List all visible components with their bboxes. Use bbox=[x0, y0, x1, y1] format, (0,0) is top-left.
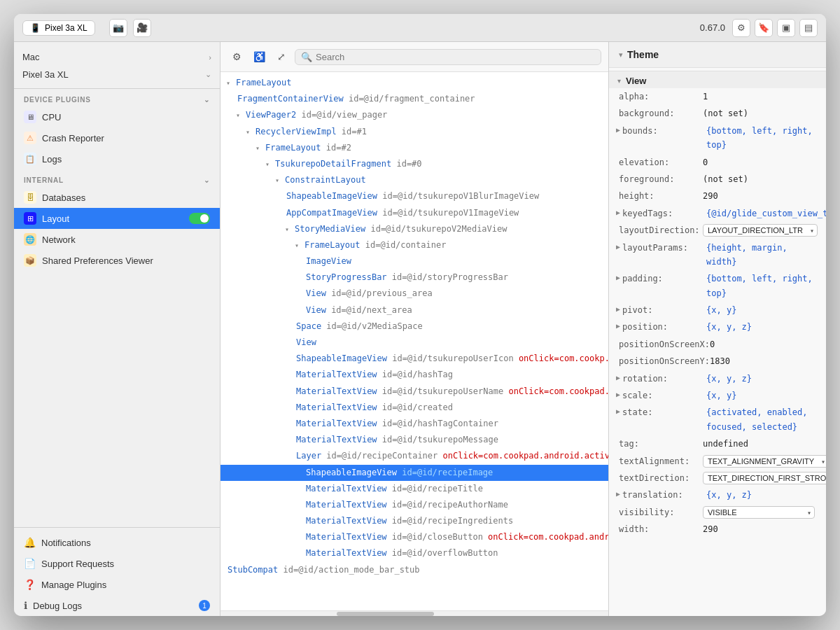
prop-row[interactable]: ▶ state:{activated, enabled, focused, se… bbox=[609, 404, 826, 435]
prop-row: tag:undefined bbox=[609, 435, 826, 452]
notifications-label: Notifications bbox=[41, 538, 91, 548]
cpu-label: CPU bbox=[42, 112, 61, 122]
tree-item[interactable]: MaterialTextView id=@id/closeButton onCl… bbox=[220, 529, 608, 545]
tree-item[interactable]: StubCompat id=@id/action_mode_bar_stub bbox=[220, 562, 608, 578]
prop-row[interactable]: ▶ position:{x, y, z} bbox=[609, 318, 826, 335]
tree-item[interactable]: MaterialTextView id=@id/tsukurepoMessage bbox=[220, 432, 608, 448]
prop-row[interactable]: ▶ translation:{x, y, z} bbox=[609, 486, 826, 503]
prop-row[interactable]: ▶ pivot:{x, y} bbox=[609, 302, 826, 318]
sidebar: Mac › Pixel 3a XL ⌄ DEVICE PLUGINS ⌄ 🖥 C… bbox=[14, 42, 220, 616]
tree-item[interactable]: MaterialTextView id=@id/created bbox=[220, 400, 608, 416]
prop-row: height:290 bbox=[609, 188, 826, 204]
search-wrap: 🔍 bbox=[295, 49, 601, 65]
sidebar-item-plugins[interactable]: ❓ Manage Plugins bbox=[14, 574, 220, 595]
prop-row[interactable]: ▶ bounds:{bottom, left, right, top} bbox=[609, 122, 826, 154]
textAlignment-select[interactable]: TEXT_ALIGNMENT_GRAVITY bbox=[703, 455, 826, 468]
layout-toggle[interactable] bbox=[189, 213, 210, 224]
tree-item[interactable]: MaterialTextView id=@id/hashTag bbox=[220, 367, 608, 383]
tree-item[interactable]: ▾ FrameLayout id=#2 bbox=[220, 140, 608, 156]
debug-label: Debug Logs bbox=[33, 601, 82, 611]
right-panel: ▾ Theme ▾ View alpha:1background:(not se… bbox=[609, 42, 826, 616]
prop-row[interactable]: ▶ keyedTags:{@id/glide_custom_view_targe… bbox=[609, 205, 826, 222]
settings-icon-btn[interactable]: ⚙ bbox=[227, 48, 246, 66]
sidebar-item-crash[interactable]: ⚠ Crash Reporter bbox=[14, 127, 220, 148]
tree-item[interactable]: MaterialTextView id=@id/recipeAuthorName bbox=[220, 497, 608, 513]
network-icon: 🌐 bbox=[24, 233, 36, 246]
tree-item[interactable]: AppCompatImageView id=@id/tsukurepoV1Ima… bbox=[220, 205, 608, 221]
tree-item[interactable]: MaterialTextView id=@id/recipeIngredient… bbox=[220, 513, 608, 529]
sidebar-item-notifications[interactable]: 🔔 Notifications bbox=[14, 532, 220, 553]
tree-item[interactable]: MaterialTextView id=@id/recipeTitle bbox=[220, 481, 608, 497]
prop-row[interactable]: ▶ padding:{bottom, left, right, top} bbox=[609, 270, 826, 302]
layout1-button[interactable]: ▣ bbox=[777, 19, 795, 37]
visibility-select[interactable]: VISIBLE bbox=[703, 506, 815, 519]
video-button[interactable]: 🎥 bbox=[133, 19, 151, 37]
prop-row[interactable]: ▶ scale:{x, y} bbox=[609, 387, 826, 404]
layout2-button[interactable]: ▤ bbox=[799, 19, 818, 37]
tree-item[interactable]: View bbox=[220, 335, 608, 351]
screenshot-button[interactable]: 📷 bbox=[109, 19, 127, 37]
section-device-plugins: DEVICE PLUGINS ⌄ bbox=[14, 89, 220, 106]
debug-badge: 1 bbox=[199, 600, 210, 611]
tree-item[interactable]: ▾ FrameLayout bbox=[220, 75, 608, 91]
search-input[interactable] bbox=[316, 52, 595, 62]
prop-row: textDirection:TEXT_DIRECTION_FIRST_STRON… bbox=[609, 470, 826, 486]
tree-item[interactable]: Layer id=@id/recipeContainer onClick=com… bbox=[220, 448, 608, 464]
prop-row[interactable]: ▶ layoutParams:{height, margin, width} bbox=[609, 239, 826, 271]
cpu-icon: 🖥 bbox=[24, 111, 36, 123]
prop-row[interactable]: ▶ rotation:{x, y, z} bbox=[609, 370, 826, 387]
sidebar-item-debug[interactable]: ℹ Debug Logs 1 bbox=[14, 595, 220, 616]
sidebar-item-cpu[interactable]: 🖥 CPU bbox=[14, 106, 220, 127]
prop-row: background:(not set) bbox=[609, 105, 826, 122]
pixel-row[interactable]: Pixel 3a XL ⌄ bbox=[22, 66, 211, 83]
tree-item[interactable]: MaterialTextView id=@id/overflowButton bbox=[220, 545, 608, 561]
tree-item[interactable]: View id=@id/next_area bbox=[220, 302, 608, 318]
mac-row[interactable]: Mac › bbox=[22, 48, 211, 66]
sidebar-item-layout[interactable]: ⊞ Layout bbox=[14, 208, 220, 229]
accessibility-icon-btn[interactable]: ♿ bbox=[250, 48, 268, 66]
expand-icon-btn[interactable]: ⤢ bbox=[272, 48, 290, 66]
tree-item[interactable]: ▾ ConstraintLayout bbox=[220, 172, 608, 188]
tree-item[interactable]: StoryProgressBar id=@id/storyProgressBar bbox=[220, 270, 608, 286]
prop-row: layoutDirection:LAYOUT_DIRECTION_LTR bbox=[609, 222, 826, 239]
sidebar-item-support[interactable]: 📄 Support Requests bbox=[14, 553, 220, 574]
titlebar-icons: 📷 🎥 bbox=[109, 19, 151, 37]
bookmark-button[interactable]: 🔖 bbox=[755, 19, 773, 37]
settings-button[interactable]: ⚙ bbox=[732, 19, 750, 37]
tree-item[interactable]: ShapeableImageView id=@id/recipeImage bbox=[220, 465, 608, 481]
device-pill[interactable]: 📱 Pixel 3a XL bbox=[22, 20, 95, 36]
support-label: Support Requests bbox=[41, 559, 114, 569]
tree-item[interactable]: FragmentContainerView id=@id/fragment_co… bbox=[220, 91, 608, 107]
tree-item[interactable]: ShapeableImageView id=@id/tsukurepoUserI… bbox=[220, 351, 608, 367]
notifications-icon: 🔔 bbox=[24, 537, 36, 548]
tree-item[interactable]: MaterialTextView id=@id/tsukurepoUserNam… bbox=[220, 384, 608, 400]
tree-item[interactable]: ShapeableImageView id=@id/tsukurepoV1Blu… bbox=[220, 188, 608, 204]
prop-row: width:290 bbox=[609, 521, 826, 538]
scrollbar-thumb bbox=[337, 612, 434, 616]
main-content: Mac › Pixel 3a XL ⌄ DEVICE PLUGINS ⌄ 🖥 C… bbox=[14, 42, 826, 616]
tree-item[interactable]: ▾ RecyclerViewImpl id=#1 bbox=[220, 124, 608, 140]
textDirection-select[interactable]: TEXT_DIRECTION_FIRST_STRONG bbox=[703, 472, 826, 484]
prop-row: positionOnScreenX:0 bbox=[609, 336, 826, 353]
center-toolbar: ⚙ ♿ ⤢ 🔍 bbox=[220, 42, 608, 72]
tree-item[interactable]: ▾ ViewPager2 id=@id/view_pager bbox=[220, 107, 608, 123]
tree-item[interactable]: ImageView bbox=[220, 253, 608, 270]
sidebar-item-shared[interactable]: 📦 Shared Preferences Viewer bbox=[14, 250, 220, 271]
tree-item[interactable]: View id=@id/previous_area bbox=[220, 286, 608, 302]
sidebar-item-databases[interactable]: 🗄 Databases bbox=[14, 187, 220, 208]
sidebar-bottom: 🔔 Notifications 📄 Support Requests ❓ Man… bbox=[14, 523, 220, 616]
tree-item[interactable]: ▾ StoryMediaView id=@id/tsukurepoV2Media… bbox=[220, 221, 608, 237]
tree-item[interactable]: ▾ FrameLayout id=@id/container bbox=[220, 237, 608, 253]
sidebar-item-logs[interactable]: 📋 Logs bbox=[14, 148, 220, 169]
tree-item[interactable]: ▾ TsukurepoDetailFragment id=#0 bbox=[220, 156, 608, 172]
sidebar-item-network[interactable]: 🌐 Network bbox=[14, 229, 220, 250]
layout-label: Layout bbox=[42, 214, 69, 224]
tree-item[interactable]: MaterialTextView id=@id/hashTagContainer bbox=[220, 416, 608, 432]
horizontal-scrollbar[interactable] bbox=[220, 610, 608, 616]
theme-title: Theme bbox=[627, 49, 659, 60]
device-name: Pixel 3a XL bbox=[45, 23, 88, 33]
prop-row: alpha:1 bbox=[609, 88, 826, 105]
layoutDirection-select[interactable]: LAYOUT_DIRECTION_LTR bbox=[703, 224, 818, 237]
crash-icon: ⚠ bbox=[24, 132, 36, 144]
tree-item[interactable]: Space id=@id/v2MediaSpace bbox=[220, 318, 608, 335]
